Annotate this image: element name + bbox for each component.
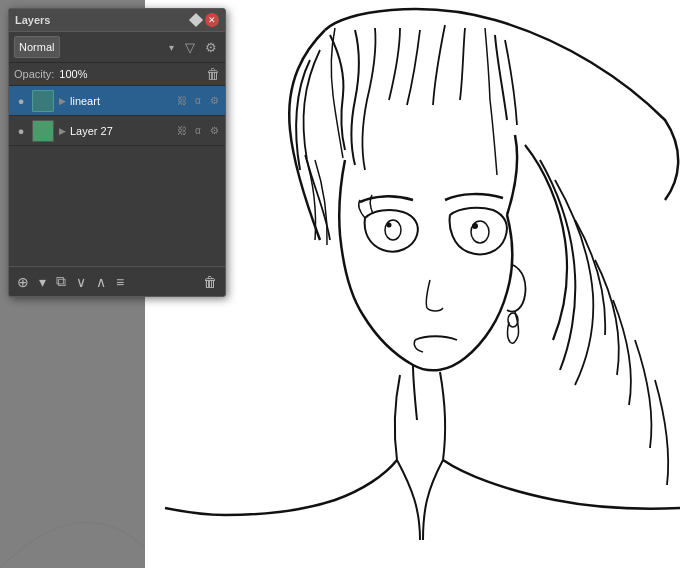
layer-icons-27: ⛓ α ⚙ xyxy=(175,124,221,138)
layer-name-lineart: lineart xyxy=(70,95,172,107)
svg-point-0 xyxy=(385,220,401,240)
layer-item-27[interactable]: ● ▶ Layer 27 ⛓ α ⚙ xyxy=(9,116,225,146)
svg-point-3 xyxy=(387,223,392,228)
layer-link-icon-27[interactable]: ⛓ xyxy=(175,124,189,138)
add-layer-button[interactable]: ⊕ xyxy=(14,272,32,292)
opacity-label: Opacity: xyxy=(14,68,54,80)
delete-layer-button[interactable]: 🗑 xyxy=(200,272,220,292)
layer-expand-arrow-27[interactable]: ▶ xyxy=(57,126,67,136)
svg-point-4 xyxy=(472,223,478,229)
add-icon: ⊕ xyxy=(17,274,29,290)
layer-alpha-icon-27[interactable]: α xyxy=(191,124,205,138)
properties-icon: ≡ xyxy=(116,274,124,290)
layer-extra-icon-lineart[interactable]: ⚙ xyxy=(207,94,221,108)
duplicate-icon: ⧉ xyxy=(56,273,66,290)
bottom-arc-decoration xyxy=(0,468,145,568)
close-button[interactable]: ✕ xyxy=(205,13,219,27)
opacity-row: Opacity: 100% 🗑 xyxy=(9,63,225,86)
layer-icons-lineart: ⛓ α ⚙ xyxy=(175,94,221,108)
visibility-icon-27[interactable]: ● xyxy=(13,123,29,139)
layer-expand-arrow-lineart[interactable]: ▶ xyxy=(57,96,67,106)
filter-button[interactable]: ▽ xyxy=(182,38,198,57)
opacity-value: 100% xyxy=(59,68,201,80)
blend-mode-row: Normal ▽ ⚙ xyxy=(9,32,225,63)
diamond-icon xyxy=(189,13,203,27)
trash-button-opacity[interactable]: 🗑 xyxy=(206,66,220,82)
title-icons: ✕ xyxy=(191,13,219,27)
panel-title: Layers xyxy=(15,14,50,26)
move-up-icon: ∧ xyxy=(96,274,106,290)
layer-item-lineart[interactable]: ● ▶ lineart ⛓ α ⚙ xyxy=(9,86,225,116)
layer-name-27: Layer 27 xyxy=(70,125,172,137)
blend-mode-select[interactable]: Normal xyxy=(14,36,60,58)
layer-list-empty xyxy=(9,146,225,266)
layer-thumb-27 xyxy=(32,120,54,142)
duplicate-layer-button[interactable]: ⧉ xyxy=(53,271,69,292)
settings-button[interactable]: ⚙ xyxy=(202,38,220,57)
layer-extra-icon-27[interactable]: ⚙ xyxy=(207,124,221,138)
layers-panel: Layers ✕ Normal ▽ ⚙ Opacity: 100% 🗑 ● ▶ … xyxy=(8,8,226,297)
arc-svg xyxy=(0,468,145,568)
move-up-button[interactable]: ∧ xyxy=(93,272,109,292)
layer-list: ● ▶ lineart ⛓ α ⚙ ● ▶ Layer 27 ⛓ α ⚙ xyxy=(9,86,225,266)
dropdown-arrow-icon: ▾ xyxy=(39,274,46,290)
layer-toolbar: ⊕ ▾ ⧉ ∨ ∧ ≡ 🗑 xyxy=(9,266,225,296)
move-down-button[interactable]: ∨ xyxy=(73,272,89,292)
layer-alpha-icon-lineart[interactable]: α xyxy=(191,94,205,108)
visibility-icon-lineart[interactable]: ● xyxy=(13,93,29,109)
layer-link-icon-lineart[interactable]: ⛓ xyxy=(175,94,189,108)
delete-icon: 🗑 xyxy=(203,274,217,290)
move-down-icon: ∨ xyxy=(76,274,86,290)
layers-title-bar: Layers ✕ xyxy=(9,9,225,32)
layer-thumb-lineart xyxy=(32,90,54,112)
add-dropdown-button[interactable]: ▾ xyxy=(36,272,49,292)
blend-mode-wrapper: Normal xyxy=(14,36,178,58)
layer-properties-button[interactable]: ≡ xyxy=(113,272,127,292)
